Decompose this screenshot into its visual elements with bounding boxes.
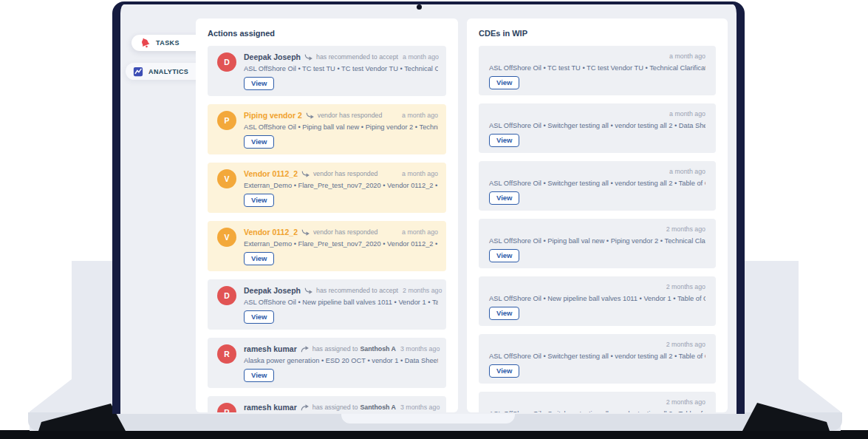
card-time: 3 months ago bbox=[396, 404, 440, 411]
action-card-body: Piping vendor 2 vendor has responded a m… bbox=[244, 110, 438, 149]
action-card: V Vendor 0112_2 vendor has responded bbox=[208, 163, 446, 213]
card-detail: Exterran_Demo • Flare_Pre_test_nov7_2020… bbox=[244, 181, 438, 190]
card-time: 3 months ago bbox=[396, 345, 440, 353]
cde-card-header: a month ago bbox=[489, 167, 705, 176]
laptop-shadow bbox=[0, 430, 868, 439]
arrow-curve-up-icon bbox=[301, 346, 310, 353]
arrow-curve-down-icon bbox=[301, 171, 310, 177]
app-background: TASKS ANALYTICS Actions assigned D Deepa… bbox=[120, 4, 737, 414]
arrow-curve-down-icon bbox=[304, 287, 313, 294]
view-button[interactable]: View bbox=[489, 307, 519, 320]
action-card-header: ramesh kumar has assigned to Santhosh A … bbox=[244, 344, 438, 354]
laptop-lid-notch bbox=[341, 412, 515, 423]
card-assignee: Santhosh A bbox=[360, 404, 396, 411]
actions-panel: Actions assigned D Deepak Joseph bbox=[196, 18, 458, 412]
action-card: V Vendor 0112_2 vendor has responded bbox=[208, 221, 446, 271]
action-card: R ramesh kumar has assigned to S bbox=[208, 338, 446, 388]
action-card-body: ramesh kumar has assigned to Santhosh A … bbox=[244, 402, 438, 412]
action-card: P Piping vendor 2 vendor has responded bbox=[208, 104, 446, 154]
cde-card-header: 2 months ago bbox=[489, 225, 705, 234]
card-time: 2 months ago bbox=[662, 341, 705, 348]
action-card-body: Vendor 0112_2 vendor has responded a mon… bbox=[244, 227, 438, 265]
avatar: V bbox=[217, 169, 236, 188]
view-button[interactable]: View bbox=[244, 310, 274, 324]
card-name: Deepak Joseph bbox=[244, 52, 301, 61]
card-detail: ASL OffShore Oil • Switchger testing all… bbox=[489, 352, 705, 361]
avatar: P bbox=[217, 111, 236, 130]
laptop-mockup: TASKS ANALYTICS Actions assigned D Deepa… bbox=[0, 0, 868, 439]
view-button[interactable]: View bbox=[489, 134, 519, 147]
action-card: D Deepak Joseph has recommended to accep bbox=[208, 46, 446, 96]
action-card-body: Vendor 0112_2 vendor has responded a mon… bbox=[244, 169, 438, 207]
card-name: Vendor 0112_2 bbox=[244, 228, 298, 236]
avatar: R bbox=[217, 344, 236, 364]
cde-card-header: a month ago bbox=[489, 109, 705, 118]
card-time: 2 months ago bbox=[662, 398, 705, 406]
card-action: vendor has responded bbox=[318, 112, 383, 119]
card-action: vendor has responded bbox=[313, 170, 378, 177]
cde-card: a month ago ASL OffShore Oil • Switchger… bbox=[479, 103, 716, 153]
analytics-chart-icon bbox=[133, 67, 143, 77]
action-card-header: ramesh kumar has assigned to Santhosh A … bbox=[244, 402, 438, 412]
action-card: R ramesh kumar has assigned to S bbox=[208, 396, 446, 412]
card-detail: ASL OffShore Oil • TC test TU • TC test … bbox=[489, 64, 705, 72]
card-detail: ASL OffShore Oil • Piping ball val new •… bbox=[244, 123, 438, 132]
card-time: 2 months ago bbox=[398, 287, 442, 294]
view-button[interactable]: View bbox=[489, 191, 519, 205]
action-card-body: Deepak Joseph has recommended to accept … bbox=[244, 285, 438, 324]
view-button[interactable]: View bbox=[244, 77, 274, 90]
cde-card: a month ago ASL OffShore Oil • TC test T… bbox=[479, 46, 716, 95]
card-name: Piping vendor 2 bbox=[244, 111, 302, 120]
view-button[interactable]: View bbox=[244, 135, 274, 149]
card-time: a month ago bbox=[398, 53, 439, 61]
cde-card: 2 months ago ASL OffShore Oil • Switchge… bbox=[479, 334, 716, 384]
bell-icon bbox=[139, 36, 151, 50]
arrow-curve-down-icon bbox=[304, 54, 313, 61]
action-card-body: ramesh kumar has assigned to Santhosh A … bbox=[244, 344, 438, 382]
card-detail: ASL OffShore Oil • Switchger testing all… bbox=[489, 409, 705, 412]
laptop-screen: TASKS ANALYTICS Actions assigned D Deepa… bbox=[112, 1, 745, 414]
arrow-curve-down-icon bbox=[301, 229, 310, 236]
actions-card-list: D Deepak Joseph has recommended to accep bbox=[208, 46, 446, 412]
card-detail: ASL OffShore Oil • TC test TU • TC test … bbox=[244, 64, 438, 73]
card-action: has recommended to accept bbox=[316, 287, 398, 294]
tab-tasks[interactable]: TASKS bbox=[131, 35, 205, 51]
cdes-panel-title: CDEs in WIP bbox=[479, 29, 716, 38]
card-name: Vendor 0112_2 bbox=[244, 169, 298, 178]
card-detail: ASL OffShore Oil • New pipeline ball val… bbox=[244, 298, 438, 307]
action-card-body: Deepak Joseph has recommended to accept … bbox=[244, 52, 438, 90]
card-time: a month ago bbox=[397, 170, 438, 177]
card-detail: ASL OffShore Oil • New pipeline ball val… bbox=[489, 294, 705, 303]
action-card-header: Piping vendor 2 vendor has responded a m… bbox=[244, 110, 438, 120]
cdes-panel: CDEs in WIP a month ago ASL OffShore Oil… bbox=[467, 18, 728, 412]
view-button[interactable]: View bbox=[489, 76, 519, 89]
card-action: has assigned to bbox=[312, 345, 358, 353]
avatar: V bbox=[217, 228, 236, 247]
card-name: ramesh kumar bbox=[244, 403, 297, 412]
avatar: D bbox=[217, 52, 236, 72]
view-button[interactable]: View bbox=[489, 364, 519, 378]
webcam-icon bbox=[417, 4, 422, 10]
card-detail: ASL OffShore Oil • Switchger testing all… bbox=[489, 121, 705, 130]
card-time: a month ago bbox=[397, 228, 438, 236]
card-time: a month ago bbox=[665, 110, 705, 118]
card-action: has recommended to accept bbox=[316, 53, 398, 61]
card-action: vendor has responded bbox=[313, 228, 378, 236]
card-time: 2 months ago bbox=[662, 283, 705, 290]
view-button[interactable]: View bbox=[244, 194, 274, 207]
action-card-header: Deepak Joseph has recommended to accept … bbox=[244, 52, 438, 62]
view-button[interactable]: View bbox=[244, 252, 274, 265]
tab-analytics[interactable]: ANALYTICS bbox=[126, 63, 203, 80]
cde-card-header: a month ago bbox=[489, 52, 705, 61]
cde-card: 2 months ago ASL OffShore Oil • Switchge… bbox=[479, 392, 716, 412]
view-button[interactable]: View bbox=[244, 369, 274, 382]
action-card: D Deepak Joseph has recommended to accep bbox=[208, 279, 446, 330]
arrow-curve-down-icon bbox=[306, 112, 315, 119]
cdes-card-list: a month ago ASL OffShore Oil • TC test T… bbox=[479, 46, 716, 412]
view-button[interactable]: View bbox=[489, 249, 519, 262]
cde-card-header: 2 months ago bbox=[489, 398, 705, 406]
avatar: R bbox=[217, 403, 236, 412]
cde-card: 2 months ago ASL OffShore Oil • Piping b… bbox=[479, 219, 716, 268]
action-card-header: Deepak Joseph has recommended to accept … bbox=[244, 285, 438, 296]
cde-card-header: 2 months ago bbox=[489, 282, 705, 291]
